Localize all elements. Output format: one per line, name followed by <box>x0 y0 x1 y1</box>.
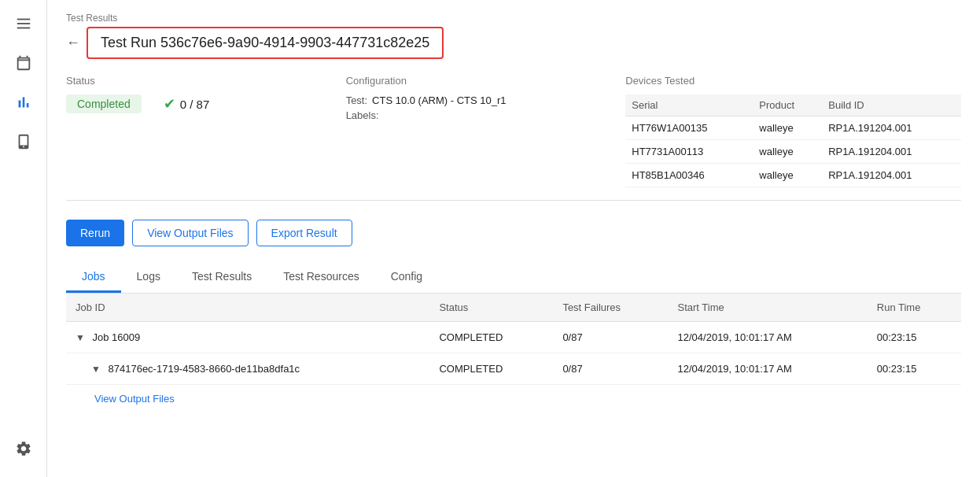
device-product: walleye <box>753 164 822 187</box>
config-labels-row: Labels: <box>346 109 626 121</box>
config-title: Configuration <box>346 75 626 87</box>
svg-rect-1 <box>17 23 30 24</box>
job-status-cell: COMPLETED <box>429 353 553 385</box>
table-row: ▼ 874176ec-1719-4583-8660-de11ba8dfa1c C… <box>66 353 961 385</box>
settings-icon[interactable] <box>8 433 39 464</box>
status-badge: Completed <box>66 94 142 113</box>
test-results-label: Test Results <box>66 13 961 24</box>
status-title: Status <box>66 75 346 87</box>
tab-jobs[interactable]: Jobs <box>66 262 121 293</box>
devices-table: Serial Product Build ID HT76W1A00135 wal… <box>625 94 961 187</box>
config-block: Configuration Test: CTS 10.0 (ARM) - CTS… <box>346 75 626 187</box>
device-serial: HT85B1A00346 <box>625 164 753 187</box>
job-start-time-cell: 12/04/2019, 10:01:17 AM <box>669 353 868 385</box>
tab-test-resources[interactable]: Test Resources <box>267 262 374 293</box>
chevron-icon[interactable]: ▼ <box>91 364 101 375</box>
device-product: walleye <box>753 116 822 140</box>
devices-col-build: Build ID <box>822 94 961 116</box>
devices-row: HT76W1A00135 walleye RP1A.191204.001 <box>625 116 961 140</box>
job-id-cell: ▼ Job 16009 <box>66 322 429 353</box>
config-test-row: Test: CTS 10.0 (ARM) - CTS 10_r1 <box>346 94 626 106</box>
sidebar <box>0 0 47 477</box>
device-serial: HT76W1A00135 <box>625 116 753 140</box>
tabs: JobsLogsTest ResultsTest ResourcesConfig <box>66 262 961 294</box>
tab-logs[interactable]: Logs <box>121 262 176 293</box>
back-button[interactable]: ← <box>66 35 80 51</box>
jobs-table: Job ID Status Test Failures Start Time R… <box>66 294 961 385</box>
export-result-button[interactable]: Export Result <box>256 220 352 246</box>
pass-count: ✔ 0 / 87 <box>164 95 210 113</box>
col-start-time: Start Time <box>669 294 868 322</box>
devices-col-serial: Serial <box>625 94 753 116</box>
main-content: Test Results ← Test Run 536c76e6-9a90-49… <box>47 0 980 477</box>
table-row: ▼ Job 16009 COMPLETED 0/87 12/04/2019, 1… <box>66 322 961 353</box>
job-run-time-cell: 00:23:15 <box>868 353 961 385</box>
devices-col-product: Product <box>753 94 822 116</box>
test-run-id: Test Run 536c76e6-9a90-4914-9903-447731c… <box>87 27 444 59</box>
svg-rect-0 <box>17 19 30 20</box>
config-labels-label: Labels: <box>346 109 379 121</box>
tab-config[interactable]: Config <box>375 262 438 293</box>
device-product: walleye <box>753 140 822 164</box>
chevron-icon[interactable]: ▼ <box>76 332 85 343</box>
job-id-cell: ▼ 874176ec-1719-4583-8660-de11ba8dfa1c <box>66 353 429 385</box>
action-buttons: Rerun View Output Files Export Result <box>66 220 961 246</box>
job-run-time-cell: 00:23:15 <box>868 322 961 353</box>
col-job-id: Job ID <box>66 294 429 322</box>
test-run-header: ← Test Run 536c76e6-9a90-4914-9903-44773… <box>66 27 961 59</box>
device-serial: HT7731A00113 <box>625 140 753 164</box>
calendar-icon[interactable] <box>8 47 39 79</box>
job-status-cell: COMPLETED <box>429 322 553 353</box>
col-run-time: Run Time <box>868 294 961 322</box>
list-icon[interactable] <box>8 8 39 39</box>
col-status: Status <box>429 294 553 322</box>
svg-rect-2 <box>17 28 30 29</box>
job-start-time-cell: 12/04/2019, 10:01:17 AM <box>669 322 868 353</box>
tab-test-results[interactable]: Test Results <box>176 262 267 293</box>
devices-row: HT7731A00113 walleye RP1A.191204.001 <box>625 140 961 164</box>
view-output-button[interactable]: View Output Files <box>132 220 248 246</box>
config-test-label: Test: <box>346 94 367 106</box>
status-block: Status Completed ✔ 0 / 87 <box>66 75 346 187</box>
col-failures: Test Failures <box>553 294 668 322</box>
info-section: Status Completed ✔ 0 / 87 Configuration … <box>66 75 961 201</box>
job-failures-cell: 0/87 <box>553 322 668 353</box>
rerun-button[interactable]: Rerun <box>66 220 124 246</box>
config-test-value: CTS 10.0 (ARM) - CTS 10_r1 <box>372 94 507 106</box>
devices-row: HT85B1A00346 walleye RP1A.191204.001 <box>625 164 961 187</box>
check-circle-icon: ✔ <box>164 95 175 113</box>
view-output-files-link[interactable]: View Output Files <box>66 385 961 412</box>
job-failures-cell: 0/87 <box>553 353 668 385</box>
devices-title: Devices Tested <box>625 75 961 87</box>
bar-chart-icon[interactable] <box>8 87 39 118</box>
devices-block: Devices Tested Serial Product Build ID H… <box>625 75 961 187</box>
device-build-id: RP1A.191204.001 <box>822 116 961 140</box>
device-build-id: RP1A.191204.001 <box>822 140 961 164</box>
phone-icon[interactable] <box>8 126 39 157</box>
device-build-id: RP1A.191204.001 <box>822 164 961 187</box>
